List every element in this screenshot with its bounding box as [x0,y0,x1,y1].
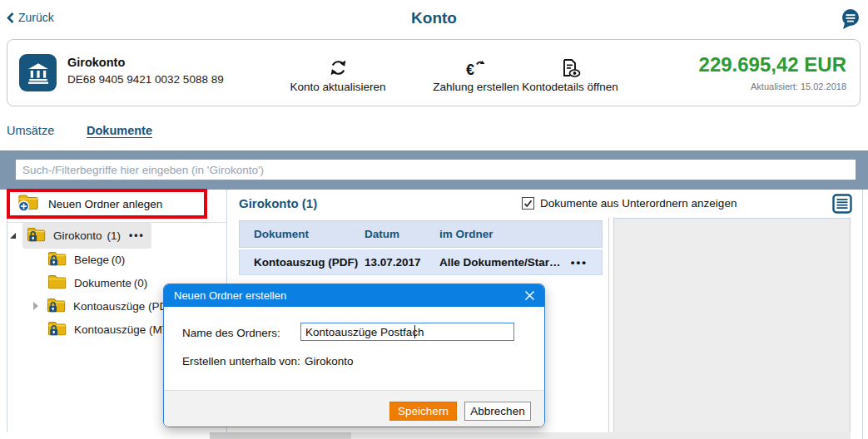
cancel-button[interactable]: Abbrechen [464,402,531,421]
dialog-titlebar: Neuen Ordner erstellen [164,284,544,307]
svg-text:€: € [466,62,474,78]
tree-item-belege[interactable]: Belege (0) [47,249,125,270]
search-band [0,150,868,190]
table-row[interactable]: Kontoauszug (PDF) 13.07.2017 Alle Dokume… [239,249,603,275]
horizontal-scrollbar[interactable] [210,432,851,439]
table-header-row: Dokument Datum im Ordner [239,220,603,248]
account-balance: 229.695,42 EUR [699,53,846,76]
documents-heading: Girokonto (1) [239,196,317,210]
close-icon[interactable] [519,286,539,304]
text-caret [414,325,415,338]
folder-name-input[interactable] [300,323,514,341]
page-title: Konto [0,9,868,27]
balance-updated-timestamp: Aktualisiert: 15.02.2018 [751,81,846,91]
show-subfolder-docs-checkbox[interactable]: Dokumente aus Unterordnern anzeigen [522,197,737,210]
cell-datum: 13.07.2017 [365,256,439,269]
tab-umsaetze[interactable]: Umsätze [7,124,54,137]
dialog-footer: Speichern Abbrechen [164,390,544,427]
parent-folder-label: Erstellen unterhalb von: [182,355,300,367]
tree-item-kontoauszuege-mt[interactable]: Kontoauszüge (MT [47,318,169,340]
new-folder-button[interactable]: Neuen Ordner anlegen [7,189,207,219]
tree-item-label: Girokonto [53,229,102,242]
folder-plus-icon [17,192,41,215]
tree-item-count: (0) [112,254,126,266]
parent-folder-value: Girokonto [305,355,354,367]
documents-table: Dokument Datum im Ordner Kontoauszug (PD… [239,220,603,275]
refresh-account-label: Konto aktualisieren [275,81,400,93]
tree-item-label: Belege [74,254,109,266]
folder-lock-icon [46,296,68,317]
tree-item-count: (0) [134,277,148,289]
panel-right-border [862,190,863,439]
tab-dokumente[interactable]: Dokumente [87,124,152,137]
column-header-datum[interactable]: Datum [365,228,439,240]
refresh-icon [275,57,400,78]
document-eye-icon [508,57,632,78]
open-account-details-label: Kontodetails öffnen [508,81,632,93]
folder-lock-icon [47,319,69,340]
folder-lock-icon [26,225,48,246]
expander-open-icon[interactable] [10,233,16,239]
expander-closed-icon[interactable] [33,302,38,310]
checkbox-label: Dokumente aus Unterordnern anzeigen [540,197,737,210]
new-folder-label: Neuen Ordner anlegen [48,198,162,210]
tree-item-label: Kontoauszüge (PD [73,300,167,313]
list-view-icon[interactable] [832,194,852,214]
column-header-im-ordner[interactable]: im Ordner [439,228,563,240]
tree-item-label: Kontoauszüge (MT [74,323,169,336]
checkbox-checked-icon[interactable] [522,197,534,210]
bank-icon [19,54,57,91]
tree-item-dokumente[interactable]: Dokumente (0) [47,272,147,293]
row-menu-dots[interactable]: ••• [563,256,588,269]
chat-bubble-icon[interactable] [841,8,861,30]
refresh-account-button[interactable]: Konto aktualisieren [275,57,400,93]
account-name: Girokonto [67,56,125,69]
scrollbar-thumb[interactable] [210,432,351,439]
document-preview-pane [613,218,851,439]
cell-dokument: Kontoauszug (PDF) [240,256,365,269]
tree-item-menu-dots[interactable]: ••• [126,229,145,241]
dialog-title: Neuen Ordner erstellen [164,289,286,302]
open-account-details-button[interactable]: Kontodetails öffnen [508,57,632,93]
folder-lock-icon [47,249,69,270]
tree-item-count: (1) [107,229,122,242]
search-input[interactable] [15,159,856,180]
tree-item-label: Dokumente [74,277,131,289]
preview-divider [608,218,609,432]
folder-name-label: Name des Ordners: [182,327,280,339]
panel-left-border [7,190,7,432]
new-folder-dialog: Neuen Ordner erstellen Name des Ordners:… [163,284,545,427]
tree-item-girokonto[interactable]: Girokonto (1) ••• [10,224,151,246]
column-header-dokument[interactable]: Dokument [240,228,365,240]
save-button[interactable]: Speichern [389,402,457,421]
cell-im-ordner: Alle Dokumente/Star… [439,256,563,269]
konto-page: Zurück Konto Girokonto DE68 9405 9421 00… [0,0,868,439]
tree-item-kontoauszuege-pdf[interactable]: Kontoauszüge (PD [33,295,167,317]
account-summary-card: Girokonto DE68 9405 9421 0032 5088 89 Ko… [7,39,861,106]
folder-icon [47,273,69,293]
account-iban: DE68 9405 9421 0032 5088 89 [67,73,224,86]
